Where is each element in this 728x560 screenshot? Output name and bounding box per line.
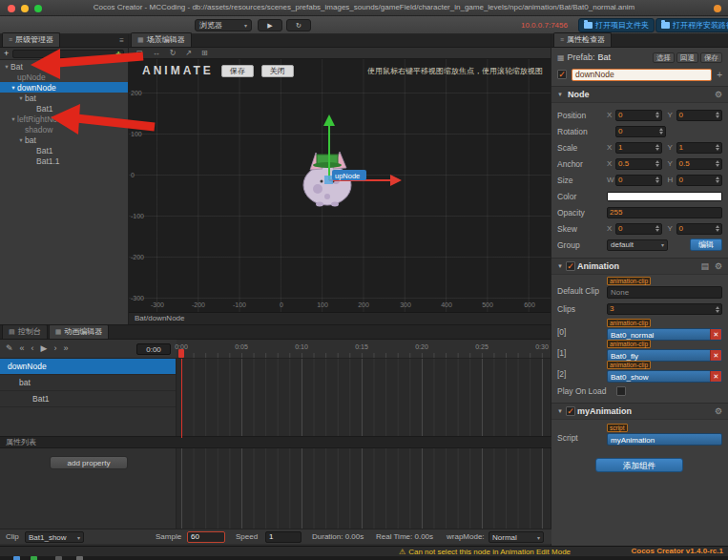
node-section-header[interactable]: ▼ Node ⚙ (551, 86, 728, 103)
skip-to-end-icon[interactable]: » (63, 344, 68, 353)
remove-clip-button[interactable]: ✕ (710, 371, 721, 382)
color-row: Color (557, 188, 722, 204)
dock-app-icon[interactable] (13, 556, 20, 560)
timeline-ruler[interactable]: 0:00 0:05 0:10 0:15 0:20 0:25 0:30 (177, 340, 551, 359)
previous-frame-icon[interactable]: ‹ (31, 344, 34, 353)
size-w-input[interactable]: 0 (615, 175, 662, 186)
prefab-select-button[interactable]: 选择 (653, 52, 675, 63)
tab-hierarchy[interactable]: ≡ 层级管理器 (2, 32, 60, 47)
tab-inspector[interactable]: ≡ 属性检查器 (553, 32, 612, 47)
chevron-down-icon[interactable]: ▼ (10, 116, 17, 122)
tab-console[interactable]: ▤ 控制台 (2, 324, 48, 339)
track-row-bat[interactable]: bat (0, 375, 176, 391)
script-enabled-checkbox[interactable]: ✓ (566, 406, 575, 416)
scale-y-input[interactable]: 1 (676, 142, 723, 154)
prefab-save-button[interactable]: 保存 (700, 52, 722, 63)
skew-x-input[interactable]: 0 (615, 223, 662, 235)
track-row-bat1[interactable]: Bat1 (0, 391, 176, 407)
refresh-button[interactable]: ↻ (286, 19, 311, 31)
next-frame-icon[interactable]: › (53, 344, 56, 353)
gear-icon[interactable]: ⚙ (715, 261, 722, 271)
close-window-button[interactable] (8, 5, 15, 12)
node-active-checkbox[interactable]: ✓ (557, 70, 567, 79)
play-preview-button[interactable]: ▶ (258, 19, 282, 31)
help-doc-icon[interactable]: ▤ (700, 261, 709, 271)
scale-x-input[interactable]: 1 (615, 142, 662, 154)
hierarchy-tab-bar: ≡ 层级管理器 ≡ (0, 34, 128, 48)
select-tool-icon[interactable]: ◻ (136, 49, 143, 57)
clip-reference-field[interactable]: Bat0_show ✕ (607, 370, 722, 383)
position-y-input[interactable]: 0 (676, 110, 723, 121)
play-on-load-checkbox[interactable] (616, 386, 626, 396)
add-component-button[interactable]: 添加组件 (595, 458, 683, 472)
group-edit-button[interactable]: 编辑 (690, 239, 722, 251)
rotate-tool-icon[interactable]: ↻ (170, 49, 177, 57)
wrap-mode-select[interactable]: Normal ▾ (489, 531, 544, 543)
dock-app-icon[interactable] (31, 556, 37, 560)
open-install-path-button[interactable]: 打开程序安装路径 (655, 18, 728, 32)
play-animation-icon[interactable]: ▶ (41, 344, 48, 353)
dock-app-icon[interactable] (76, 556, 83, 560)
gear-icon[interactable]: ⚙ (715, 90, 722, 99)
opacity-input[interactable]: 255 (607, 207, 722, 218)
script-reference-field[interactable]: myAnimation (607, 433, 722, 446)
clips-count-input[interactable]: 3 (607, 303, 722, 315)
track-row-downnode[interactable]: downNode (0, 359, 176, 375)
open-project-folder-button[interactable]: 打开项目文件夹 (578, 18, 655, 32)
move-tool-icon[interactable]: ↔ (153, 49, 160, 57)
speed-input[interactable]: 1 (265, 531, 302, 543)
chevron-down-icon[interactable]: ▼ (10, 85, 17, 91)
minimize-window-button[interactable] (21, 5, 29, 12)
gear-icon[interactable]: ⚙ (715, 406, 722, 416)
hierarchy-search-input[interactable]: ✚ (12, 50, 124, 58)
edit-keyframe-icon[interactable]: ✎ (6, 344, 13, 353)
tree-node-bat2[interactable]: ▼ bat (0, 135, 128, 145)
clip-select[interactable]: Bat1_show ▾ (25, 531, 84, 543)
animation-enabled-checkbox[interactable]: ✓ (566, 261, 575, 271)
preview-target-select[interactable]: 浏览器 ▾ (195, 19, 252, 31)
position-x-input[interactable]: 0 (615, 110, 662, 121)
dock-app-icon[interactable] (55, 556, 62, 560)
rotation-input[interactable]: 0 (615, 126, 666, 137)
scene-canvas[interactable]: ANIMATE 保存 关闭 使用鼠标右键平移视图缩放焦点，使用滚轮缩放视图 20… (129, 59, 551, 312)
remove-clip-button[interactable]: ✕ (710, 329, 721, 340)
default-clip-field[interactable]: None (607, 286, 722, 299)
anchor-y-input[interactable]: 0.5 (676, 158, 723, 170)
tab-animation-editor[interactable]: ▦ 动画编辑器 (49, 324, 110, 339)
zoom-window-button[interactable] (34, 5, 42, 12)
chevron-down-icon[interactable]: ▼ (17, 137, 25, 143)
tree-node-downnode[interactable]: ▼ downNode (0, 82, 128, 93)
current-time-field[interactable]: 0:00 (136, 343, 171, 355)
rect-tool-icon[interactable]: ⊞ (201, 49, 208, 57)
add-property-button[interactable]: add property (50, 456, 128, 469)
chevron-down-icon[interactable]: ▼ (3, 64, 10, 70)
skip-to-start-icon[interactable]: « (20, 344, 25, 353)
tree-node-bat-root[interactable]: ▼ Bat (0, 61, 128, 72)
scale-tool-icon[interactable]: ↗ (185, 49, 192, 57)
tree-node-leftrightnode[interactable]: ▼ leftRightNode (0, 114, 128, 124)
property-list-area: add property (0, 448, 177, 529)
anchor-x-input[interactable]: 0.5 (615, 158, 662, 170)
chevron-down-icon[interactable]: ▼ (17, 95, 25, 101)
animation-section-header[interactable]: ▼ ✓ Animation ▤ ⚙ (551, 258, 728, 275)
skew-y-input[interactable]: 0 (676, 223, 723, 235)
node-name-input[interactable]: downNode (572, 69, 712, 81)
remove-clip-button[interactable]: ✕ (710, 350, 721, 361)
tree-node-shadow[interactable]: shadow (0, 124, 128, 135)
color-swatch[interactable] (607, 192, 722, 201)
tab-scene-editor[interactable]: ▦ 场景编辑器 (131, 32, 192, 47)
group-select[interactable]: default ▾ (607, 239, 668, 251)
playhead-handle[interactable] (178, 349, 184, 358)
tree-node-bat[interactable]: ▼ bat (0, 93, 128, 103)
create-node-button[interactable]: + (4, 50, 9, 58)
tree-node-upnode[interactable]: upNode (0, 72, 128, 82)
add-icon[interactable]: + (717, 70, 722, 80)
prefab-revert-button[interactable]: 回退 (676, 52, 698, 63)
tree-node-bat1[interactable]: Bat1 (0, 103, 128, 114)
size-h-input[interactable]: 0 (676, 175, 723, 186)
panel-menu-icon[interactable]: ≡ (119, 36, 124, 45)
tree-node-bat1-1[interactable]: Bat1.1 (0, 156, 128, 166)
sample-input[interactable]: 60 (187, 531, 225, 543)
script-section-header[interactable]: ▼ ✓ myAnimation ⚙ (551, 403, 728, 420)
tree-node-bat1-2[interactable]: Bat1 (0, 145, 128, 156)
